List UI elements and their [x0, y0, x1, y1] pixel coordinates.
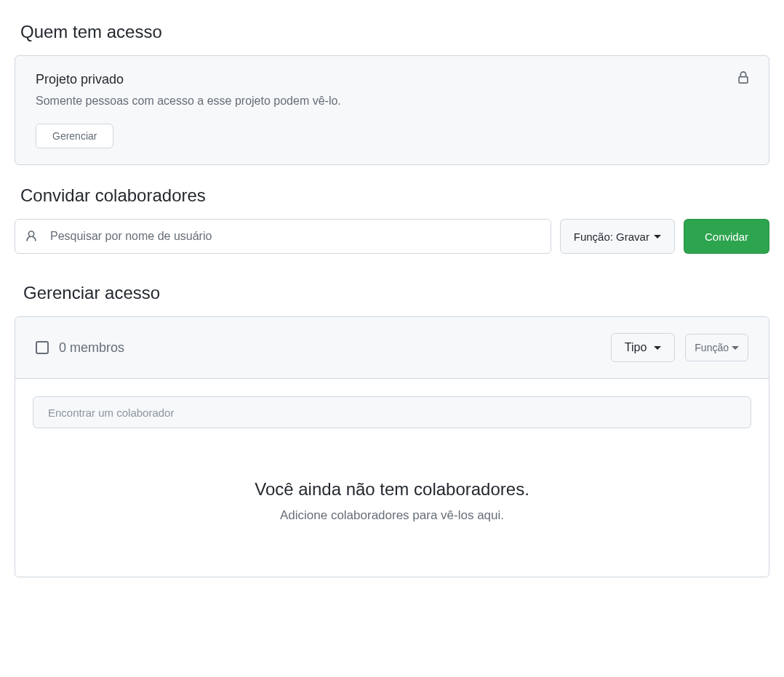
chevron-down-icon — [732, 346, 739, 350]
type-filter-label: Tipo — [625, 341, 647, 354]
find-collaborator-input[interactable] — [33, 396, 751, 428]
private-project-title: Projeto privado — [36, 72, 748, 87]
empty-state-desc: Adicione colaboradores para vê-los aqui. — [47, 508, 737, 523]
invite-button[interactable]: Convidar — [684, 219, 769, 254]
search-wrapper — [15, 219, 551, 254]
empty-state: Você ainda não tem colaboradores. Adicio… — [33, 428, 751, 559]
person-icon — [25, 230, 38, 243]
manage-access-header: 0 membros Tipo Função — [15, 317, 769, 379]
members-count-label: 0 membros — [59, 340, 601, 356]
type-filter-dropdown[interactable]: Tipo — [611, 333, 676, 362]
invite-collaborators-heading: Convidar colaboradores — [15, 185, 769, 206]
search-input[interactable] — [15, 219, 551, 254]
lock-icon — [737, 71, 750, 85]
role-select-dropdown[interactable]: Função: Gravar — [560, 219, 675, 254]
role-filter-label: Função — [695, 342, 729, 353]
manage-button[interactable]: Gerenciar — [36, 124, 113, 148]
who-has-access-heading: Quem tem acesso — [15, 22, 769, 42]
role-select-label: Função: Gravar — [574, 231, 649, 243]
private-project-desc: Somente pessoas com acesso a esse projet… — [36, 95, 748, 108]
chevron-down-icon — [654, 346, 661, 350]
select-all-checkbox[interactable] — [36, 341, 49, 354]
role-filter-dropdown[interactable]: Função — [685, 334, 748, 361]
manage-access-box: 0 membros Tipo Função Você ainda não tem… — [15, 316, 769, 577]
chevron-down-icon — [654, 235, 661, 239]
manage-access-heading: Gerenciar acesso — [15, 283, 769, 303]
invite-row: Função: Gravar Convidar — [15, 219, 769, 254]
manage-access-body: Você ainda não tem colaboradores. Adicio… — [15, 379, 769, 577]
empty-state-title: Você ainda não tem colaboradores. — [47, 479, 737, 500]
private-project-card: Projeto privado Somente pessoas com aces… — [15, 55, 769, 165]
